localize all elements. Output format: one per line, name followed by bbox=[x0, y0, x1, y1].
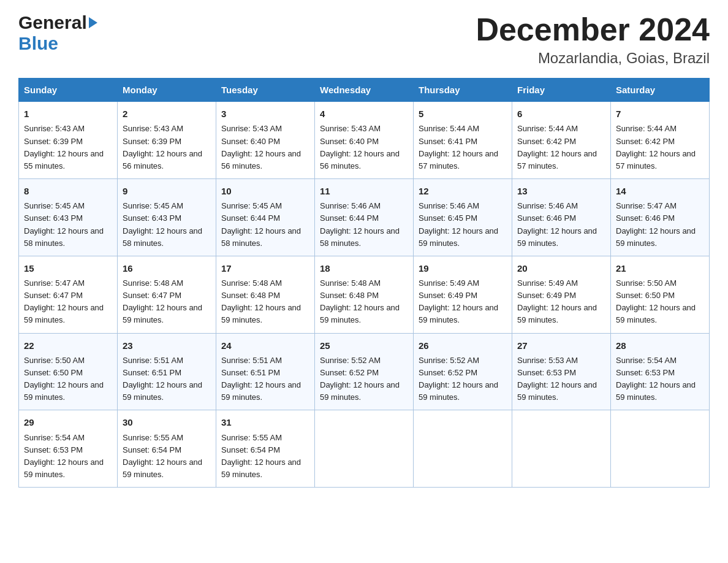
day-number: 11 bbox=[320, 184, 408, 198]
day-number: 23 bbox=[123, 339, 211, 353]
calendar-cell: 12Sunrise: 5:46 AMSunset: 6:45 PMDayligh… bbox=[414, 179, 512, 256]
cell-content: Sunrise: 5:47 AMSunset: 6:47 PMDaylight:… bbox=[24, 277, 112, 327]
cell-content: Sunrise: 5:43 AMSunset: 6:40 PMDaylight:… bbox=[320, 123, 408, 172]
day-number: 4 bbox=[320, 107, 408, 121]
day-number: 5 bbox=[419, 107, 507, 121]
calendar-cell: 19Sunrise: 5:49 AMSunset: 6:49 PMDayligh… bbox=[414, 256, 512, 333]
header-wednesday: Wednesday bbox=[315, 79, 414, 102]
calendar-cell: 13Sunrise: 5:46 AMSunset: 6:46 PMDayligh… bbox=[512, 179, 611, 256]
day-number: 2 bbox=[123, 107, 211, 121]
calendar-cell bbox=[512, 410, 611, 488]
title-block: December 2024 Mozarlandia, Goias, Brazil bbox=[476, 12, 710, 67]
calendar-table: SundayMondayTuesdayWednesdayThursdayFrid… bbox=[18, 78, 710, 488]
calendar-cell: 9Sunrise: 5:45 AMSunset: 6:43 PMDaylight… bbox=[118, 179, 216, 256]
header-tuesday: Tuesday bbox=[216, 79, 315, 102]
day-number: 16 bbox=[123, 261, 211, 275]
cell-content: Sunrise: 5:43 AMSunset: 6:39 PMDaylight:… bbox=[123, 123, 211, 172]
cell-content: Sunrise: 5:50 AMSunset: 6:50 PMDaylight:… bbox=[616, 277, 704, 327]
logo-blue-text: Blue bbox=[18, 33, 58, 54]
calendar-week-row: 8Sunrise: 5:45 AMSunset: 6:43 PMDaylight… bbox=[19, 179, 710, 256]
logo: General Blue bbox=[18, 12, 97, 54]
logo-arrow-icon bbox=[89, 17, 97, 28]
cell-content: Sunrise: 5:49 AMSunset: 6:49 PMDaylight:… bbox=[517, 277, 605, 327]
cell-content: Sunrise: 5:52 AMSunset: 6:52 PMDaylight:… bbox=[320, 354, 408, 404]
cell-content: Sunrise: 5:44 AMSunset: 6:42 PMDaylight:… bbox=[517, 123, 605, 172]
calendar-cell: 3Sunrise: 5:43 AMSunset: 6:40 PMDaylight… bbox=[216, 102, 315, 179]
cell-content: Sunrise: 5:55 AMSunset: 6:54 PMDaylight:… bbox=[221, 432, 309, 481]
page-header: General Blue December 2024 Mozarlandia, … bbox=[18, 12, 710, 67]
cell-content: Sunrise: 5:44 AMSunset: 6:42 PMDaylight:… bbox=[616, 123, 704, 172]
day-number: 30 bbox=[123, 415, 211, 429]
cell-content: Sunrise: 5:45 AMSunset: 6:43 PMDaylight:… bbox=[24, 200, 112, 250]
cell-content: Sunrise: 5:46 AMSunset: 6:44 PMDaylight:… bbox=[320, 200, 408, 250]
day-number: 17 bbox=[221, 261, 309, 275]
calendar-week-row: 22Sunrise: 5:50 AMSunset: 6:50 PMDayligh… bbox=[19, 333, 710, 410]
day-number: 25 bbox=[320, 339, 408, 353]
cell-content: Sunrise: 5:51 AMSunset: 6:51 PMDaylight:… bbox=[221, 354, 309, 404]
calendar-cell: 17Sunrise: 5:48 AMSunset: 6:48 PMDayligh… bbox=[216, 256, 315, 333]
calendar-cell: 27Sunrise: 5:53 AMSunset: 6:53 PMDayligh… bbox=[512, 333, 611, 410]
header-saturday: Saturday bbox=[611, 79, 710, 102]
cell-content: Sunrise: 5:48 AMSunset: 6:48 PMDaylight:… bbox=[221, 277, 309, 327]
header-sunday: Sunday bbox=[19, 79, 118, 102]
day-number: 10 bbox=[221, 184, 309, 198]
calendar-cell: 7Sunrise: 5:44 AMSunset: 6:42 PMDaylight… bbox=[611, 102, 710, 179]
calendar-cell: 8Sunrise: 5:45 AMSunset: 6:43 PMDaylight… bbox=[19, 179, 118, 256]
calendar-cell: 14Sunrise: 5:47 AMSunset: 6:46 PMDayligh… bbox=[611, 179, 710, 256]
cell-content: Sunrise: 5:48 AMSunset: 6:47 PMDaylight:… bbox=[123, 277, 211, 327]
cell-content: Sunrise: 5:48 AMSunset: 6:48 PMDaylight:… bbox=[320, 277, 408, 327]
calendar-cell: 30Sunrise: 5:55 AMSunset: 6:54 PMDayligh… bbox=[118, 410, 216, 488]
day-number: 22 bbox=[24, 339, 112, 353]
calendar-cell: 16Sunrise: 5:48 AMSunset: 6:47 PMDayligh… bbox=[118, 256, 216, 333]
day-number: 21 bbox=[616, 261, 704, 275]
day-number: 26 bbox=[419, 339, 507, 353]
cell-content: Sunrise: 5:45 AMSunset: 6:44 PMDaylight:… bbox=[221, 200, 309, 250]
calendar-cell bbox=[315, 410, 414, 488]
calendar-cell: 20Sunrise: 5:49 AMSunset: 6:49 PMDayligh… bbox=[512, 256, 611, 333]
cell-content: Sunrise: 5:45 AMSunset: 6:43 PMDaylight:… bbox=[123, 200, 211, 250]
cell-content: Sunrise: 5:54 AMSunset: 6:53 PMDaylight:… bbox=[616, 354, 704, 404]
day-number: 13 bbox=[517, 184, 605, 198]
day-number: 31 bbox=[221, 415, 309, 429]
cell-content: Sunrise: 5:43 AMSunset: 6:40 PMDaylight:… bbox=[221, 123, 309, 172]
day-number: 9 bbox=[123, 184, 211, 198]
calendar-cell: 29Sunrise: 5:54 AMSunset: 6:53 PMDayligh… bbox=[19, 410, 118, 488]
cell-content: Sunrise: 5:52 AMSunset: 6:52 PMDaylight:… bbox=[419, 354, 507, 404]
cell-content: Sunrise: 5:49 AMSunset: 6:49 PMDaylight:… bbox=[419, 277, 507, 327]
calendar-cell bbox=[414, 410, 512, 488]
calendar-cell: 15Sunrise: 5:47 AMSunset: 6:47 PMDayligh… bbox=[19, 256, 118, 333]
calendar-cell: 10Sunrise: 5:45 AMSunset: 6:44 PMDayligh… bbox=[216, 179, 315, 256]
logo-general-text: General bbox=[18, 12, 87, 33]
page-title: December 2024 bbox=[476, 12, 710, 47]
cell-content: Sunrise: 5:53 AMSunset: 6:53 PMDaylight:… bbox=[517, 354, 605, 404]
calendar-cell: 23Sunrise: 5:51 AMSunset: 6:51 PMDayligh… bbox=[118, 333, 216, 410]
cell-content: Sunrise: 5:55 AMSunset: 6:54 PMDaylight:… bbox=[123, 432, 211, 481]
cell-content: Sunrise: 5:44 AMSunset: 6:41 PMDaylight:… bbox=[419, 123, 507, 172]
calendar-cell: 25Sunrise: 5:52 AMSunset: 6:52 PMDayligh… bbox=[315, 333, 414, 410]
cell-content: Sunrise: 5:46 AMSunset: 6:46 PMDaylight:… bbox=[517, 200, 605, 250]
calendar-week-row: 1Sunrise: 5:43 AMSunset: 6:39 PMDaylight… bbox=[19, 102, 710, 179]
calendar-cell: 28Sunrise: 5:54 AMSunset: 6:53 PMDayligh… bbox=[611, 333, 710, 410]
calendar-cell bbox=[611, 410, 710, 488]
cell-content: Sunrise: 5:43 AMSunset: 6:39 PMDaylight:… bbox=[24, 123, 112, 172]
calendar-cell: 21Sunrise: 5:50 AMSunset: 6:50 PMDayligh… bbox=[611, 256, 710, 333]
calendar-cell: 1Sunrise: 5:43 AMSunset: 6:39 PMDaylight… bbox=[19, 102, 118, 179]
day-number: 18 bbox=[320, 261, 408, 275]
calendar-cell: 24Sunrise: 5:51 AMSunset: 6:51 PMDayligh… bbox=[216, 333, 315, 410]
day-number: 14 bbox=[616, 184, 704, 198]
cell-content: Sunrise: 5:50 AMSunset: 6:50 PMDaylight:… bbox=[24, 354, 112, 404]
header-friday: Friday bbox=[512, 79, 611, 102]
calendar-cell: 26Sunrise: 5:52 AMSunset: 6:52 PMDayligh… bbox=[414, 333, 512, 410]
calendar-cell: 4Sunrise: 5:43 AMSunset: 6:40 PMDaylight… bbox=[315, 102, 414, 179]
day-number: 8 bbox=[24, 184, 112, 198]
day-number: 28 bbox=[616, 339, 704, 353]
calendar-cell: 22Sunrise: 5:50 AMSunset: 6:50 PMDayligh… bbox=[19, 333, 118, 410]
calendar-week-row: 15Sunrise: 5:47 AMSunset: 6:47 PMDayligh… bbox=[19, 256, 710, 333]
cell-content: Sunrise: 5:47 AMSunset: 6:46 PMDaylight:… bbox=[616, 200, 704, 250]
header-monday: Monday bbox=[118, 79, 216, 102]
day-number: 3 bbox=[221, 107, 309, 121]
day-number: 15 bbox=[24, 261, 112, 275]
day-number: 12 bbox=[419, 184, 507, 198]
header-thursday: Thursday bbox=[414, 79, 512, 102]
day-number: 24 bbox=[221, 339, 309, 353]
